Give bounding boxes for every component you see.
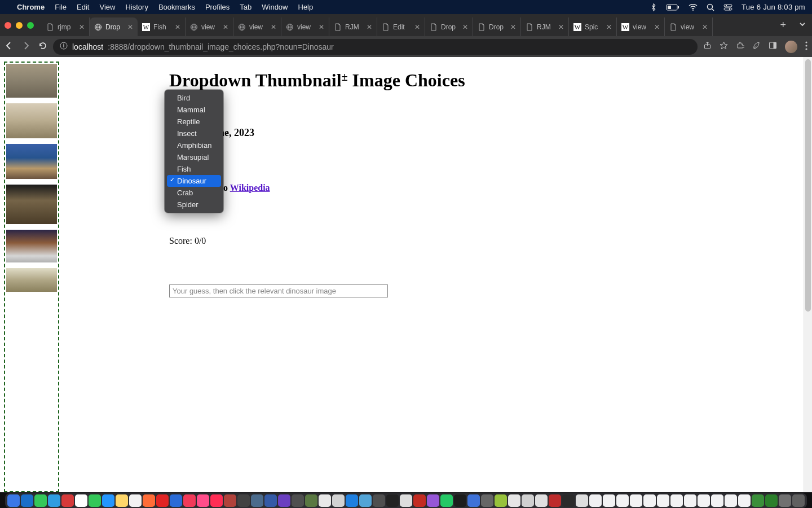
browser-tab[interactable]: view✕ (233, 17, 281, 36)
dock-app-icon[interactable] (75, 494, 87, 507)
dock-app-icon[interactable] (102, 494, 114, 507)
dock-app-icon[interactable] (779, 494, 791, 507)
dock-app-icon[interactable] (616, 494, 629, 507)
dropdown-option[interactable]: Bird (165, 92, 223, 104)
browser-tab[interactable]: view✕ (665, 17, 713, 36)
chrome-menu-icon[interactable] (805, 41, 807, 52)
tab-close-icon[interactable]: ✕ (606, 23, 612, 31)
tab-close-icon[interactable]: ✕ (414, 23, 420, 31)
dock-app-icon[interactable] (670, 494, 683, 507)
dock-app-icon[interactable] (684, 494, 696, 507)
browser-tab[interactable]: Drop✕ (90, 17, 138, 36)
scrollbar-thumb[interactable] (805, 59, 811, 312)
menubar-item-help[interactable]: Help (298, 3, 314, 11)
fullscreen-window-button[interactable] (27, 22, 34, 29)
dock-app-icon[interactable] (630, 494, 642, 507)
dock-app-icon[interactable] (210, 494, 223, 507)
menubar-item-bookmarks[interactable]: Bookmarks (158, 3, 195, 11)
menubar-item-tab[interactable]: Tab (240, 3, 251, 11)
dock-app-icon[interactable] (332, 494, 345, 507)
browser-tab[interactable]: RJM✕ (521, 17, 569, 36)
dock-app-icon[interactable] (264, 494, 277, 507)
noun-select-dropdown[interactable]: BirdMammalReptileInsectAmphibianMarsupia… (165, 90, 223, 213)
spotlight-icon[interactable] (707, 3, 714, 11)
tab-close-icon[interactable]: ✕ (654, 23, 660, 31)
menubar-appname[interactable]: Chrome (17, 3, 45, 11)
dock-app-icon[interactable] (156, 494, 169, 507)
address-bar[interactable]: localhost:8888/dropdown_thumbnail_image_… (53, 39, 698, 55)
reload-button[interactable] (38, 41, 47, 52)
guess-input[interactable] (169, 284, 388, 297)
dock-app-icon[interactable] (89, 494, 101, 507)
thumbnail-image[interactable] (6, 144, 57, 179)
close-window-button[interactable] (5, 22, 11, 29)
menubar-item-window[interactable]: Window (262, 3, 288, 11)
dock-app-icon[interactable] (129, 494, 142, 507)
dock-app-icon[interactable] (711, 494, 723, 507)
dock-app-icon[interactable] (657, 494, 669, 507)
dock-app-icon[interactable] (725, 494, 737, 507)
dock-app-icon[interactable] (319, 494, 331, 507)
thumbnail-image[interactable] (6, 230, 57, 262)
dock-app-icon[interactable] (292, 494, 304, 507)
dock-app-icon[interactable] (21, 494, 33, 507)
menubar-item-file[interactable]: File (55, 3, 67, 11)
wikipedia-link[interactable]: Wikipedia (230, 183, 270, 192)
sidepanel-icon[interactable] (769, 41, 777, 52)
dock-app-icon[interactable] (278, 494, 290, 507)
dock-app-icon[interactable] (522, 494, 534, 507)
tab-close-icon[interactable]: ✕ (127, 23, 133, 31)
menubar-item-history[interactable]: History (125, 3, 148, 11)
menubar-item-profiles[interactable]: Profiles (205, 3, 230, 11)
dock-app-icon[interactable] (143, 494, 155, 507)
dock-app-icon[interactable] (508, 494, 520, 507)
extensions-icon[interactable] (736, 41, 744, 52)
tab-close-icon[interactable]: ✕ (558, 23, 564, 31)
dock-app-icon[interactable] (413, 494, 426, 507)
thumbnail-image[interactable] (6, 64, 57, 98)
dock-app-icon[interactable] (305, 494, 317, 507)
dock-app-icon[interactable] (400, 494, 412, 507)
thumbnail-image[interactable] (6, 185, 57, 224)
tab-close-icon[interactable]: ✕ (79, 23, 85, 31)
dock-app-icon[interactable] (698, 494, 710, 507)
page-scrollbar[interactable] (804, 57, 812, 492)
browser-tab[interactable]: WFish✕ (138, 17, 186, 36)
dock-app-icon[interactable] (346, 494, 358, 507)
browser-tab[interactable]: Drop✕ (473, 17, 521, 36)
tab-close-icon[interactable]: ✕ (223, 23, 228, 31)
dropdown-option[interactable]: Dinosaur (167, 175, 221, 187)
profile-avatar[interactable] (785, 41, 797, 53)
battery-icon[interactable] (666, 4, 679, 11)
tab-close-icon[interactable]: ✕ (271, 23, 276, 31)
tab-close-icon[interactable]: ✕ (510, 23, 516, 31)
dock-app-icon[interactable] (535, 494, 548, 507)
dock-app-icon[interactable] (752, 494, 764, 507)
menubar-item-view[interactable]: View (99, 3, 115, 11)
dock-app-icon[interactable] (224, 494, 236, 507)
dock-app-icon[interactable] (183, 494, 196, 507)
dock-app-icon[interactable] (738, 494, 751, 507)
tab-close-icon[interactable]: ✕ (462, 23, 468, 31)
dock-app-icon[interactable] (576, 494, 588, 507)
tab-close-icon[interactable]: ✕ (175, 23, 180, 31)
dock-app-icon[interactable] (359, 494, 372, 507)
control-center-icon[interactable] (723, 4, 732, 11)
browser-tab[interactable]: Edit✕ (377, 17, 425, 36)
dropdown-option[interactable]: Fish (165, 163, 223, 175)
dock-app-icon[interactable] (251, 494, 263, 507)
dropdown-option[interactable]: Mammal (165, 104, 223, 116)
browser-tab[interactable]: view✕ (186, 17, 233, 36)
browser-tab[interactable]: WSpic✕ (569, 17, 617, 36)
back-button[interactable] (5, 41, 14, 52)
dock-app-icon[interactable] (562, 494, 575, 507)
browser-tab[interactable]: Drop✕ (425, 17, 473, 36)
dock-app-icon[interactable] (61, 494, 74, 507)
dock-app-icon[interactable] (792, 494, 805, 507)
browser-tab[interactable]: rjmp✕ (42, 17, 90, 36)
browser-tab[interactable]: view✕ (281, 17, 329, 36)
dock-app-icon[interactable] (34, 494, 47, 507)
dock-app-icon[interactable] (386, 494, 399, 507)
dock-app-icon[interactable] (116, 494, 128, 507)
dock-app-icon[interactable] (48, 494, 60, 507)
